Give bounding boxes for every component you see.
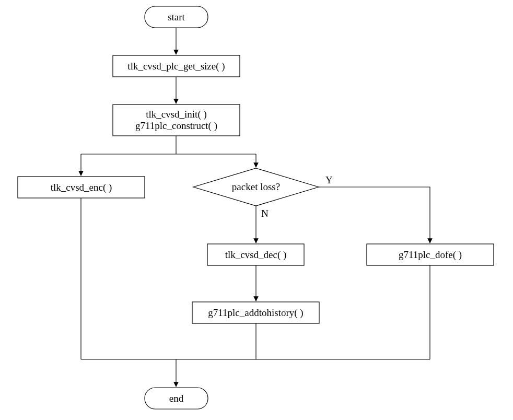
label-start: start — [145, 6, 208, 28]
label-dec: tlk_cvsd_dec( ) — [207, 244, 304, 265]
label-get-size: tlk_cvsd_plc_get_size( ) — [113, 55, 240, 77]
label-init-line2: g711plc_construct( ) — [135, 120, 217, 132]
edge-label-yes: Y — [325, 174, 333, 186]
label-end: end — [145, 388, 208, 409]
label-enc: tlk_cvsd_enc( ) — [18, 177, 145, 198]
flowchart-svg — [0, 0, 513, 420]
label-init-line1: tlk_cvsd_init( ) — [146, 109, 207, 120]
label-packet-loss: packet loss? — [193, 168, 319, 206]
label-dofe: g711plc_dofe( ) — [367, 244, 494, 265]
edge-label-no: N — [261, 208, 269, 219]
label-init: tlk_cvsd_init( ) g711plc_construct( ) — [113, 104, 240, 136]
label-addhist: g711plc_addtohistory( ) — [192, 302, 319, 323]
edge-decision-dofe — [319, 187, 430, 243]
